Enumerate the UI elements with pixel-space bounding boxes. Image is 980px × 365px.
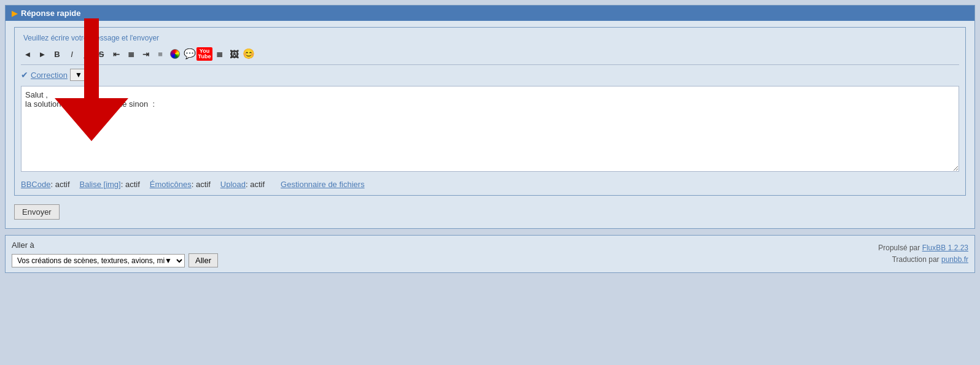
translation-text: Traduction par bbox=[892, 255, 941, 264]
color-circle-icon bbox=[170, 49, 180, 59]
align-left-button[interactable]: ⇤ bbox=[109, 47, 123, 61]
indent-left-button[interactable]: ◄ bbox=[21, 47, 34, 61]
powered-by-text: Propulsé par bbox=[878, 244, 922, 252]
strikethrough-button[interactable]: S bbox=[95, 47, 108, 61]
status-bar: BBCode: actif Balise [img]: actif Émotic… bbox=[21, 180, 959, 189]
reply-panel-title: Réponse rapide bbox=[21, 9, 81, 18]
file-manager-status: Gestionnaire de fichiers bbox=[281, 180, 365, 189]
upload-link[interactable]: Upload bbox=[220, 180, 246, 189]
header-arrow-icon: ▶ bbox=[12, 9, 17, 18]
align-right-button[interactable]: ⇥ bbox=[139, 47, 152, 61]
underline-button[interactable]: U bbox=[80, 47, 93, 61]
textarea-container: Salut , la solution de Cro en est une si… bbox=[21, 86, 959, 174]
footer-go-button[interactable]: Aller bbox=[189, 253, 218, 267]
image-button[interactable]: 🖼 bbox=[227, 47, 241, 61]
fluxbb-link[interactable]: FluxBB 1.2.23 bbox=[922, 244, 968, 252]
img-tag-status: Balise [img]: actif bbox=[80, 180, 140, 189]
reply-panel-body: Veuillez écrire votre message et l'envoy… bbox=[6, 21, 974, 228]
upload-status: Upload: actif bbox=[220, 180, 265, 189]
message-textarea[interactable]: Salut , la solution de Cro en est une si… bbox=[21, 86, 959, 172]
youtube-icon: YouTube bbox=[196, 47, 213, 61]
spellcheck-dropdown[interactable]: ▼ bbox=[70, 69, 95, 81]
bbcode-status: BBCode: actif bbox=[21, 180, 70, 189]
footer-panel: Aller à Vos créations de scènes, texture… bbox=[5, 235, 975, 273]
list-button[interactable]: ≣ bbox=[212, 47, 226, 61]
color-button[interactable] bbox=[168, 47, 182, 61]
emoticons-link[interactable]: Émoticônes bbox=[150, 180, 192, 189]
quote-button[interactable]: 💬 bbox=[183, 47, 196, 61]
italic-button[interactable]: I bbox=[65, 47, 79, 61]
footer-nav: Vos créations de scènes, textures, avion… bbox=[12, 253, 218, 267]
smiley-button[interactable]: 😊 bbox=[242, 47, 255, 61]
footer-left: Aller à Vos créations de scènes, texture… bbox=[12, 240, 218, 267]
spellcheck-label[interactable]: Correction bbox=[31, 71, 68, 80]
youtube-button[interactable]: YouTube bbox=[198, 47, 211, 61]
file-manager-link[interactable]: Gestionnaire de fichiers bbox=[281, 180, 365, 189]
message-box: Veuillez écrire votre message et l'envoy… bbox=[14, 27, 966, 196]
send-button[interactable]: Envoyer bbox=[14, 204, 60, 220]
footer-nav-label: Aller à bbox=[12, 240, 218, 250]
align-center-button[interactable]: ≣ bbox=[124, 47, 138, 61]
emoticons-status: Émoticônes: actif bbox=[150, 180, 211, 189]
punbb-link[interactable]: punbb.fr bbox=[941, 255, 968, 264]
bbcode-link[interactable]: BBCode bbox=[21, 180, 50, 189]
footer-nav-select[interactable]: Vos créations de scènes, textures, avion… bbox=[12, 254, 185, 267]
toolbar: ◄ ► B I U S ⇤ ≣ ⇥ ≡ 💬 YouTube bbox=[21, 47, 959, 65]
indent-right-button[interactable]: ► bbox=[36, 47, 49, 61]
reply-panel-header: ▶ Réponse rapide bbox=[6, 6, 974, 21]
reply-panel: ▶ Réponse rapide Veuillez écrire votre m… bbox=[5, 5, 975, 229]
footer-right: Propulsé par FluxBB 1.2.23 Traduction pa… bbox=[878, 242, 968, 266]
bold-button[interactable]: B bbox=[50, 47, 64, 61]
message-box-legend: Veuillez écrire votre message et l'envoy… bbox=[21, 34, 959, 42]
justify-button[interactable]: ≡ bbox=[154, 47, 167, 61]
spellcheck-row: ✔ Correction ▼ bbox=[21, 69, 959, 81]
img-tag-link[interactable]: Balise [img] bbox=[80, 180, 121, 189]
send-row: Envoyer bbox=[14, 204, 966, 220]
spellcheck-icon: ✔ bbox=[21, 70, 28, 80]
